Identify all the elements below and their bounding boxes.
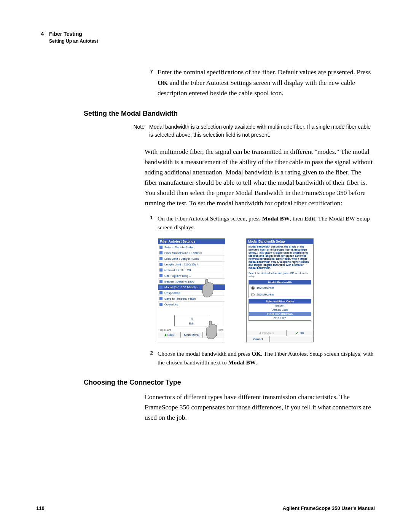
section-title: Setting Up an Autotest bbox=[49, 38, 375, 45]
page-number: 110 bbox=[36, 505, 45, 511]
screenshot-autotest-settings: Fiber Autotest Settings Setup : Double E… bbox=[158, 238, 225, 342]
list-item: Site : Agilent Bldg 1 bbox=[158, 273, 225, 278]
list-item: Fiber SmartProbe+ 1550nm bbox=[158, 250, 225, 256]
radio-200: 200 MHz*km bbox=[249, 291, 311, 298]
back-arrow-icon bbox=[164, 334, 166, 337]
hand-pointer-icon bbox=[200, 279, 215, 298]
step-text: Enter the nominal specifications of the … bbox=[158, 67, 375, 98]
step-7: 7 Enter the nominal specifications of th… bbox=[145, 67, 375, 98]
note-row: Note Modal bandwidth is a selection only… bbox=[127, 123, 375, 139]
fiber-val: Belden bbox=[249, 304, 311, 308]
selected-fiber-box: Selected Fiber Cable Belden DataTw 1505 … bbox=[249, 299, 311, 321]
step-number: 2 bbox=[145, 349, 153, 367]
modal-bandwidth-box: Modal Bandwidth 160 MHz*km 200 MHz*km bbox=[249, 280, 311, 298]
modal-step-1: 1 On the Fiber Autotest Settings screen,… bbox=[145, 214, 375, 232]
button-row: Previous ✔OK bbox=[247, 330, 313, 336]
button-row-2: Cancel bbox=[247, 336, 313, 342]
page-footer: 110 Agilent FrameScope 350 User's Manual bbox=[36, 505, 375, 511]
heading-connector-type: Choosing the Connector Type bbox=[84, 379, 375, 387]
box-subtitle: Fiber Construction bbox=[249, 312, 311, 316]
box-title: Selected Fiber Cable bbox=[249, 299, 311, 304]
previous-button: Previous bbox=[247, 330, 287, 336]
list-item: Network Limits : Off bbox=[158, 267, 225, 273]
ok-button: ✔OK bbox=[287, 330, 313, 336]
manual-title: Agilent FrameScope 350 User's Manual bbox=[283, 505, 375, 511]
screen-title: Modal Bandwidth Setup bbox=[247, 239, 313, 244]
modal-paragraph: With multimode fiber, the signal can be … bbox=[145, 147, 375, 209]
modal-step-2: 2 Choose the modal bandwidth and press O… bbox=[145, 349, 375, 367]
step-text: On the Fiber Autotest Settings screen, p… bbox=[158, 214, 375, 232]
radio-160: 160 MHz*km bbox=[249, 284, 311, 291]
back-button: Back bbox=[158, 332, 181, 338]
fiber-val: DataTw 1505 bbox=[249, 308, 311, 312]
step-text: Choose the modal bandwidth and press OK.… bbox=[158, 349, 375, 367]
cancel-button: Cancel bbox=[247, 336, 270, 342]
time: 10:07 AM bbox=[160, 329, 171, 331]
page-header: 4Fiber Testing Setting Up an Autotest bbox=[36, 30, 375, 44]
note-label: Note bbox=[127, 123, 145, 139]
hand-pointer-icon bbox=[204, 321, 219, 340]
select-prompt: Select the desired value and press OK to… bbox=[247, 271, 313, 279]
figure-row: Fiber Autotest Settings Setup : Double E… bbox=[158, 238, 375, 342]
step-number: 7 bbox=[145, 67, 153, 98]
step-number: 1 bbox=[145, 214, 153, 232]
chapter-number: 4 bbox=[36, 30, 44, 38]
screenshot-modal-bw-setup: Modal Bandwidth Setup Modal bandwidth de… bbox=[246, 238, 314, 342]
check-icon: ✔ bbox=[296, 331, 298, 335]
connector-paragraph: Connectors of different types have diffe… bbox=[145, 392, 375, 423]
note-text: Modal bandwidth is a selection only avai… bbox=[149, 123, 375, 139]
list-item: Length Limit : 2100(15) ft bbox=[158, 261, 225, 267]
screen-title: Fiber Autotest Settings bbox=[158, 239, 225, 244]
main-menu-button: Main Menu bbox=[181, 332, 203, 338]
box-title: Modal Bandwidth bbox=[249, 280, 311, 284]
fiber-val: 62.5 / 125 bbox=[249, 316, 311, 320]
list-item: Setup : Double Ended bbox=[158, 244, 225, 250]
list-item: Operators bbox=[158, 301, 225, 307]
back-arrow-icon bbox=[259, 332, 261, 335]
chapter-title: Fiber Testing bbox=[49, 31, 82, 37]
list-item: Loss Limit : Length / Loss bbox=[158, 256, 225, 261]
blurb: Modal bandwidth describes the grade of t… bbox=[247, 244, 313, 271]
heading-modal-bandwidth: Setting the Modal Bandwidth bbox=[84, 110, 375, 118]
